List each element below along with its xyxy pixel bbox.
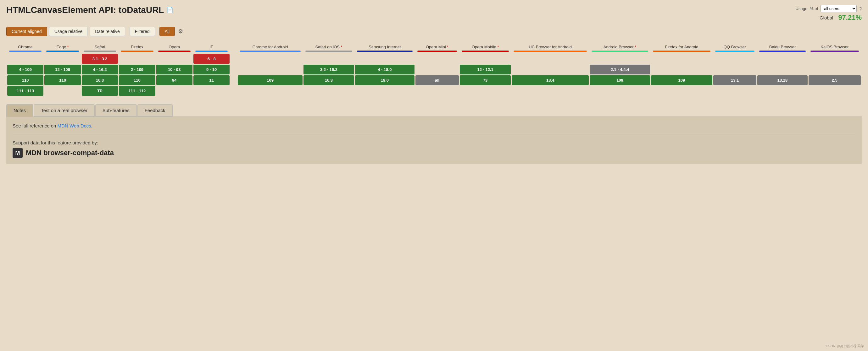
compat-cell (304, 54, 354, 64)
bar-kaios (810, 50, 859, 52)
compat-cell (238, 86, 303, 96)
compat-cell: all (415, 75, 459, 85)
th-baidu: Baidu Browser (757, 43, 807, 53)
compat-cell (415, 54, 459, 64)
doc-icon[interactable]: 📄 (166, 7, 173, 13)
compat-cell: 109 (238, 75, 303, 85)
th-safari-ios: Safari on iOS * (304, 43, 354, 53)
bar-ie (195, 50, 228, 52)
spacer-cell (230, 75, 237, 85)
compat-cell (460, 86, 511, 96)
tab-test-browser[interactable]: Test on a real browser (34, 104, 95, 116)
compat-cell (757, 65, 807, 74)
notes-reference: See full reference on MDN Web Docs. (12, 123, 856, 129)
title-text: HTMLCanvasElement API: toDataURL (6, 5, 164, 15)
compat-cell: 11 (193, 75, 229, 85)
bar-qq (715, 50, 755, 52)
bar-opera-mobile (462, 50, 509, 52)
notes-section: See full reference on MDN Web Docs. Supp… (6, 116, 862, 164)
mdn-link[interactable]: MDN Web Docs (58, 123, 91, 129)
compat-cell (713, 65, 757, 74)
compat-cell (304, 86, 354, 96)
bar-edge (46, 50, 79, 52)
compat-table: Chrome Edge * Safari Firefox (6, 42, 862, 97)
page-wrapper: HTMLCanvasElement API: toDataURL 📄 Usage… (0, 0, 868, 169)
compat-cell: 16.3 (82, 75, 118, 85)
mdn-brand: M MDN browser-compat-data (12, 148, 856, 158)
th-samsung: Samsung Internet (355, 43, 414, 53)
compat-cell: 110 (119, 75, 155, 85)
table-row: 3.1 - 3.26 - 8 (7, 54, 861, 64)
reference-text: See full reference on (12, 123, 58, 129)
compat-cell (651, 65, 712, 74)
tab-feedback[interactable]: Feedback (137, 104, 173, 116)
compat-cell (809, 65, 861, 74)
table-row: 111 - 113TP111 - 112 (7, 86, 861, 96)
compat-cell: 111 - 112 (119, 86, 155, 96)
th-chrome-android: Chrome for Android (238, 43, 303, 53)
th-firefox: Firefox (119, 43, 155, 53)
question-mark[interactable]: ? (859, 6, 862, 11)
spacer-cell (230, 86, 237, 96)
compat-cell: 10 - 93 (156, 65, 192, 74)
th-safari: Safari (82, 43, 118, 53)
compat-cell: 2.5 (809, 75, 861, 85)
compat-cell (651, 54, 712, 64)
tab-usage-relative[interactable]: Usage relative (49, 27, 88, 36)
compat-cell: 4 - 16.2 (82, 65, 118, 74)
compat-cell (238, 54, 303, 64)
period: . (91, 123, 92, 129)
th-edge: Edge * (44, 43, 81, 53)
compat-cell: 110 (7, 75, 43, 85)
compat-cell (44, 54, 81, 64)
table-row: 4 - 10912 - 1094 - 16.22 - 10910 - 939 -… (7, 65, 861, 74)
compat-cell: 13.4 (512, 75, 589, 85)
compat-cell (757, 54, 807, 64)
global-value: 97.21% (838, 13, 862, 22)
usage-select[interactable]: all users desktop users mobile users (820, 5, 857, 12)
compat-cell (757, 86, 807, 96)
compat-cell (7, 54, 43, 64)
compat-cell (415, 86, 459, 96)
compat-cell: 3.2 - 16.2 (304, 65, 354, 74)
mdn-brand-text: MDN browser-compat-data (26, 149, 114, 157)
filter-button[interactable]: Filtered (130, 27, 155, 36)
th-uc: UC Browser for Android (512, 43, 589, 53)
compat-cell (355, 54, 414, 64)
tab-notes[interactable]: Notes (6, 104, 33, 116)
th-opera-mini: Opera Mini * (415, 43, 459, 53)
tab-sub-features[interactable]: Sub-features (95, 104, 137, 116)
tab-current-aligned[interactable]: Current aligned (6, 27, 47, 36)
compat-cell: 3.1 - 3.2 (82, 54, 118, 64)
table-row: 11011016.3110941110916.319.0all7313.4109… (7, 75, 861, 85)
compat-cell (713, 86, 757, 96)
compat-cell (713, 54, 757, 64)
compat-cell: 4 - 18.0 (355, 65, 414, 74)
bar-safari (84, 50, 116, 52)
bar-opera (158, 50, 191, 52)
bar-firefox-android (653, 50, 710, 52)
header-right: Usage % of all users desktop users mobil… (796, 5, 862, 22)
header-row-desktop: Chrome Edge * Safari Firefox (7, 43, 861, 53)
compat-cell (512, 54, 589, 64)
compat-cell: 12 - 109 (44, 65, 81, 74)
compat-cell: 110 (44, 75, 81, 85)
compat-cell: 73 (460, 75, 511, 85)
compat-container: Chrome Edge * Safari Firefox (6, 42, 862, 97)
compat-tbody: 3.1 - 3.26 - 84 - 10912 - 1094 - 16.22 -… (7, 54, 861, 96)
compat-cell (238, 65, 303, 74)
percent-label: % of (810, 6, 818, 11)
compat-cell: 9 - 10 (193, 65, 229, 74)
tab-date-relative[interactable]: Date relative (90, 27, 125, 36)
compat-cell (415, 65, 459, 74)
compat-cell: TP (82, 86, 118, 96)
compat-cell (156, 86, 192, 96)
usage-label: Usage (796, 6, 808, 11)
compat-cell: 2 - 109 (119, 65, 155, 74)
global-label: Global (819, 15, 833, 21)
th-ie: IE (193, 43, 229, 53)
gear-icon[interactable]: ⚙ (178, 28, 183, 35)
bar-safari-ios (305, 50, 352, 52)
compat-cell (512, 86, 589, 96)
all-button[interactable]: All (159, 27, 175, 36)
